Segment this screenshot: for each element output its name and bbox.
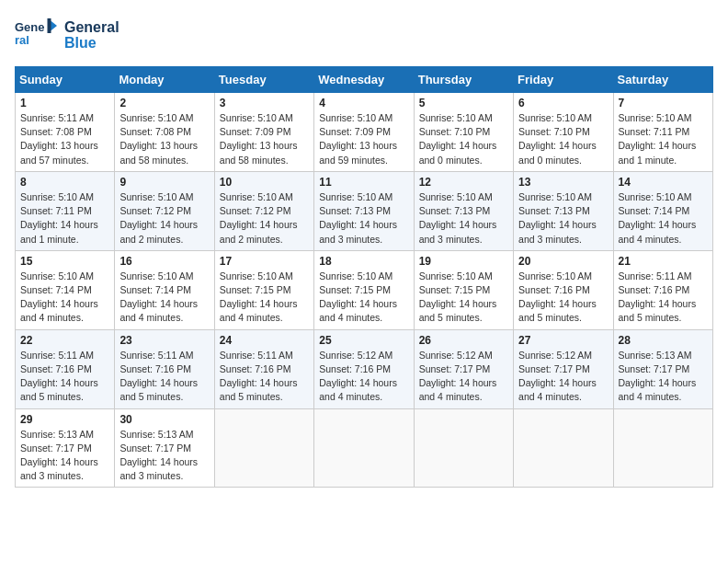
day-info: Sunrise: 5:11 AMSunset: 7:16 PMDaylight:…	[220, 350, 298, 403]
day-info: Sunrise: 5:10 AMSunset: 7:11 PMDaylight:…	[20, 191, 98, 245]
day-info: Sunrise: 5:10 AMSunset: 7:12 PMDaylight:…	[119, 191, 198, 245]
day-info: Sunrise: 5:11 AMSunset: 7:16 PMDaylight:…	[619, 270, 697, 324]
calendar-cell: 25 Sunrise: 5:12 AMSunset: 7:16 PMDaylig…	[314, 329, 414, 408]
calendar-cell: 2 Sunrise: 5:10 AMSunset: 7:08 PMDayligh…	[115, 93, 214, 172]
day-info: Sunrise: 5:10 AMSunset: 7:14 PMDaylight:…	[619, 191, 697, 245]
weekday-header-sunday: Sunday	[16, 67, 115, 93]
calendar-cell: 5 Sunrise: 5:10 AMSunset: 7:10 PMDayligh…	[414, 93, 513, 172]
logo-icon: Gene ral	[15, 15, 61, 55]
day-number: 9	[119, 176, 209, 189]
calendar-cell: 17 Sunrise: 5:10 AMSunset: 7:15 PMDaylig…	[214, 250, 313, 329]
day-info: Sunrise: 5:10 AMSunset: 7:08 PMDaylight:…	[119, 112, 198, 166]
day-number: 28	[619, 334, 708, 347]
calendar-header-row: SundayMondayTuesdayWednesdayThursdayFrid…	[16, 67, 713, 93]
calendar-cell: 22 Sunrise: 5:11 AMSunset: 7:16 PMDaylig…	[16, 329, 115, 408]
day-info: Sunrise: 5:10 AMSunset: 7:09 PMDaylight:…	[319, 112, 397, 166]
day-info: Sunrise: 5:13 AMSunset: 7:17 PMDaylight:…	[119, 429, 198, 482]
weekday-header-monday: Monday	[115, 67, 214, 93]
day-number: 11	[319, 176, 408, 189]
page-header: Gene ral General Blue	[15, 15, 713, 55]
calendar-week-row: 8 Sunrise: 5:10 AMSunset: 7:11 PMDayligh…	[16, 171, 713, 250]
weekday-header-wednesday: Wednesday	[314, 67, 414, 93]
calendar-cell: 4 Sunrise: 5:10 AMSunset: 7:09 PMDayligh…	[314, 93, 414, 172]
day-number: 3	[220, 97, 309, 109]
calendar-cell	[214, 408, 313, 488]
day-info: Sunrise: 5:13 AMSunset: 7:17 PMDaylight:…	[619, 350, 697, 403]
day-info: Sunrise: 5:10 AMSunset: 7:14 PMDaylight:…	[20, 270, 98, 324]
calendar-week-row: 1 Sunrise: 5:11 AMSunset: 7:08 PMDayligh…	[16, 93, 713, 172]
day-number: 15	[20, 255, 109, 268]
calendar-cell: 20 Sunrise: 5:10 AMSunset: 7:16 PMDaylig…	[514, 250, 613, 329]
day-number: 22	[20, 334, 109, 347]
day-info: Sunrise: 5:10 AMSunset: 7:12 PMDaylight:…	[220, 191, 298, 245]
day-number: 5	[419, 97, 508, 109]
day-number: 1	[20, 97, 109, 109]
calendar-cell: 12 Sunrise: 5:10 AMSunset: 7:13 PMDaylig…	[414, 171, 513, 250]
calendar-cell: 19 Sunrise: 5:10 AMSunset: 7:15 PMDaylig…	[414, 250, 513, 329]
calendar-cell: 8 Sunrise: 5:10 AMSunset: 7:11 PMDayligh…	[16, 171, 115, 250]
day-number: 23	[119, 334, 209, 347]
day-number: 8	[20, 176, 109, 189]
calendar-cell: 11 Sunrise: 5:10 AMSunset: 7:13 PMDaylig…	[314, 171, 414, 250]
day-info: Sunrise: 5:11 AMSunset: 7:08 PMDaylight:…	[20, 112, 98, 166]
day-info: Sunrise: 5:12 AMSunset: 7:17 PMDaylight:…	[419, 350, 497, 403]
day-info: Sunrise: 5:11 AMSunset: 7:16 PMDaylight:…	[20, 350, 98, 403]
calendar-cell: 13 Sunrise: 5:10 AMSunset: 7:13 PMDaylig…	[514, 171, 613, 250]
day-info: Sunrise: 5:10 AMSunset: 7:13 PMDaylight:…	[319, 191, 397, 245]
day-info: Sunrise: 5:10 AMSunset: 7:14 PMDaylight:…	[119, 270, 198, 324]
svg-rect-3	[48, 18, 51, 33]
day-number: 12	[419, 176, 508, 189]
day-number: 6	[518, 97, 608, 109]
calendar-cell	[414, 408, 513, 488]
day-number: 24	[220, 334, 309, 347]
calendar-cell	[514, 408, 613, 488]
calendar-cell	[314, 408, 414, 488]
calendar-cell: 24 Sunrise: 5:11 AMSunset: 7:16 PMDaylig…	[214, 329, 313, 408]
svg-text:ral: ral	[15, 33, 29, 47]
logo: Gene ral General Blue	[15, 15, 119, 55]
weekday-header-tuesday: Tuesday	[214, 67, 313, 93]
calendar-week-row: 29 Sunrise: 5:13 AMSunset: 7:17 PMDaylig…	[16, 408, 713, 488]
calendar-table: SundayMondayTuesdayWednesdayThursdayFrid…	[15, 66, 713, 488]
calendar-cell	[613, 408, 712, 488]
day-number: 20	[518, 255, 608, 268]
calendar-cell: 15 Sunrise: 5:10 AMSunset: 7:14 PMDaylig…	[16, 250, 115, 329]
day-info: Sunrise: 5:10 AMSunset: 7:15 PMDaylight:…	[319, 270, 397, 324]
calendar-week-row: 22 Sunrise: 5:11 AMSunset: 7:16 PMDaylig…	[16, 329, 713, 408]
calendar-cell: 16 Sunrise: 5:10 AMSunset: 7:14 PMDaylig…	[115, 250, 214, 329]
day-info: Sunrise: 5:10 AMSunset: 7:10 PMDaylight:…	[518, 112, 597, 166]
day-info: Sunrise: 5:10 AMSunset: 7:13 PMDaylight:…	[419, 191, 497, 245]
day-info: Sunrise: 5:10 AMSunset: 7:09 PMDaylight:…	[220, 112, 298, 166]
calendar-cell: 21 Sunrise: 5:11 AMSunset: 7:16 PMDaylig…	[613, 250, 712, 329]
calendar-cell: 23 Sunrise: 5:11 AMSunset: 7:16 PMDaylig…	[115, 329, 214, 408]
day-number: 10	[220, 176, 309, 189]
day-number: 19	[419, 255, 508, 268]
calendar-cell: 14 Sunrise: 5:10 AMSunset: 7:14 PMDaylig…	[613, 171, 712, 250]
calendar-cell: 28 Sunrise: 5:13 AMSunset: 7:17 PMDaylig…	[613, 329, 712, 408]
day-number: 18	[319, 255, 408, 268]
calendar-cell: 6 Sunrise: 5:10 AMSunset: 7:10 PMDayligh…	[514, 93, 613, 172]
calendar-cell: 10 Sunrise: 5:10 AMSunset: 7:12 PMDaylig…	[214, 171, 313, 250]
calendar-cell: 3 Sunrise: 5:10 AMSunset: 7:09 PMDayligh…	[214, 93, 313, 172]
weekday-header-friday: Friday	[514, 67, 613, 93]
day-info: Sunrise: 5:10 AMSunset: 7:11 PMDaylight:…	[619, 112, 697, 166]
day-info: Sunrise: 5:11 AMSunset: 7:16 PMDaylight:…	[119, 350, 198, 403]
day-info: Sunrise: 5:12 AMSunset: 7:17 PMDaylight:…	[518, 350, 597, 403]
weekday-header-thursday: Thursday	[414, 67, 513, 93]
day-info: Sunrise: 5:12 AMSunset: 7:16 PMDaylight:…	[319, 350, 397, 403]
calendar-cell: 18 Sunrise: 5:10 AMSunset: 7:15 PMDaylig…	[314, 250, 414, 329]
day-number: 14	[619, 176, 708, 189]
day-info: Sunrise: 5:10 AMSunset: 7:16 PMDaylight:…	[518, 270, 597, 324]
day-number: 2	[119, 97, 209, 109]
day-info: Sunrise: 5:13 AMSunset: 7:17 PMDaylight:…	[20, 429, 98, 482]
calendar-cell: 29 Sunrise: 5:13 AMSunset: 7:17 PMDaylig…	[16, 408, 115, 488]
calendar-week-row: 15 Sunrise: 5:10 AMSunset: 7:14 PMDaylig…	[16, 250, 713, 329]
calendar-cell: 26 Sunrise: 5:12 AMSunset: 7:17 PMDaylig…	[414, 329, 513, 408]
day-number: 27	[518, 334, 608, 347]
day-number: 16	[119, 255, 209, 268]
calendar-cell: 1 Sunrise: 5:11 AMSunset: 7:08 PMDayligh…	[16, 93, 115, 172]
day-number: 7	[619, 97, 708, 109]
logo-blue-text: Blue	[64, 35, 119, 52]
logo-general: Gene	[64, 19, 101, 35]
calendar-cell: 9 Sunrise: 5:10 AMSunset: 7:12 PMDayligh…	[115, 171, 214, 250]
